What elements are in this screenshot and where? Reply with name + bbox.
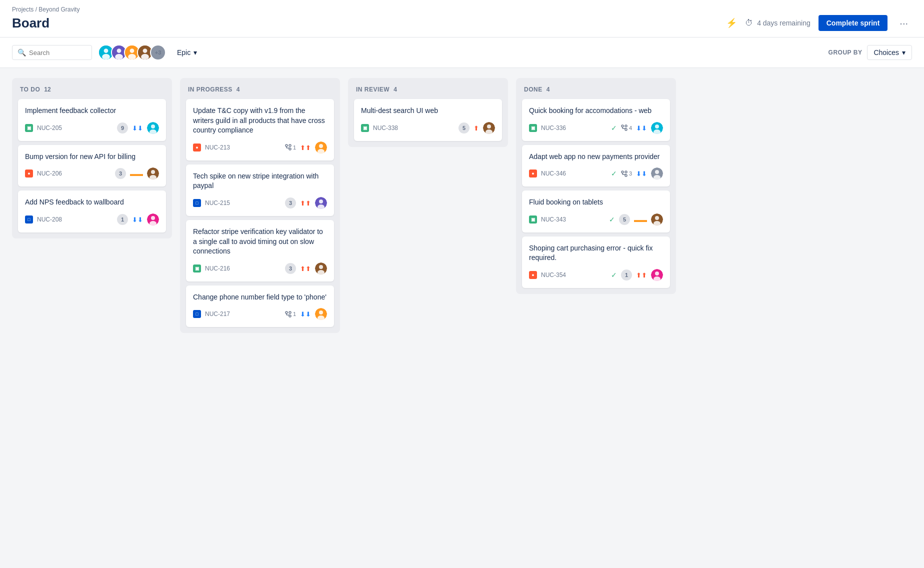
card-meta-right: 1⬇⬇	[117, 214, 159, 226]
assignee-avatar	[147, 122, 159, 134]
priority-icon: ▬▬	[130, 170, 143, 178]
card-NUC-336[interactable]: Quick booking for accomodations - web ▣ …	[522, 99, 670, 141]
column-header-inprogress: IN PROGRESS 4	[186, 84, 334, 99]
assignee-avatar	[315, 262, 327, 274]
card-meta-left: ● NUC-206	[25, 170, 62, 178]
card-meta-right: 1 ⬇⬇	[285, 308, 327, 320]
card-meta: □ NUC-215 3⬆⬆	[193, 197, 327, 209]
board-content: TO DO 12 Implement feedback collector ▣ …	[0, 68, 924, 343]
card-meta-right: 1 ⬆⬆	[285, 142, 327, 154]
svg-point-56	[625, 171, 627, 173]
issue-id: NUC-217	[205, 310, 230, 318]
card-NUC-208[interactable]: Add NPS feedback to wallboard □ NUC-208 …	[18, 190, 166, 232]
card-meta: ▣ NUC-338 5⬆	[361, 122, 495, 134]
toolbar: 🔍 +3 Epic ▾ GROUP BY	[0, 38, 924, 68]
avatar-group: +3	[98, 44, 166, 60]
days-remaining: 4 days remaining	[757, 19, 810, 27]
column-title-inreview: IN REVIEW	[356, 86, 390, 93]
header-title-row: Board ⚡ ⏱ 4 days remaining Complete spri…	[12, 15, 912, 37]
issue-type-icon: □	[193, 310, 201, 318]
card-title: Fluid booking on tablets	[529, 198, 663, 208]
svg-point-23	[289, 144, 291, 146]
card-meta-left: ▣ NUC-338	[361, 124, 398, 132]
choices-label: Choices	[874, 48, 899, 56]
avatar-count[interactable]: +3	[150, 44, 166, 60]
assignee-avatar	[315, 197, 327, 209]
svg-point-46	[622, 125, 624, 127]
issue-type-icon: □	[193, 199, 201, 207]
branch-icon: 1	[285, 311, 296, 318]
more-options-button[interactable]: ···	[896, 16, 912, 31]
issue-id: NUC-354	[541, 272, 566, 278]
complete-sprint-button[interactable]: Complete sprint	[818, 15, 888, 31]
header-actions: ⚡ ⏱ 4 days remaining Complete sprint ···	[726, 15, 912, 31]
card-meta: ● NUC-213 1 ⬆⬆	[193, 142, 327, 154]
card-meta-left: ● NUC-213	[193, 144, 230, 152]
column-header-done: DONE 4	[522, 84, 670, 99]
card-meta-left: ● NUC-346	[529, 170, 566, 178]
issue-id: NUC-208	[37, 216, 62, 223]
card-meta-left: ● NUC-354	[529, 271, 566, 279]
card-meta-left: □ NUC-217	[193, 310, 230, 318]
svg-point-52	[655, 124, 659, 128]
svg-point-41	[319, 310, 323, 314]
card-NUC-354[interactable]: Shoping cart purchasing error - quick fi…	[522, 236, 670, 288]
card-title: Shoping cart purchasing error - quick fi…	[529, 244, 663, 263]
svg-point-48	[625, 125, 627, 127]
priority-icon: ⬆	[474, 124, 479, 132]
group-by-label: GROUP BY	[828, 49, 862, 56]
card-NUC-215[interactable]: Tech spike on new stripe integration wit…	[186, 164, 334, 216]
card-NUC-213[interactable]: Update T&C copy with v1.9 from the write…	[186, 99, 334, 160]
search-input[interactable]	[29, 49, 86, 56]
card-meta-left: ▣ NUC-336	[529, 124, 566, 132]
card-title: Tech spike on new stripe integration wit…	[193, 172, 327, 191]
issue-id: NUC-338	[373, 124, 398, 132]
svg-point-66	[655, 272, 659, 276]
branch-icon: 3	[621, 170, 632, 177]
assignee-avatar	[315, 142, 327, 154]
assignee-avatar	[147, 214, 159, 226]
card-meta: □ NUC-208 1⬇⬇	[25, 214, 159, 226]
column-done: DONE 4 Quick booking for accomodations -…	[516, 78, 676, 294]
issue-id: NUC-213	[205, 144, 230, 151]
card-NUC-206[interactable]: Bump version for new API for billing ● N…	[18, 145, 166, 187]
assignee-avatar	[651, 214, 663, 226]
svg-point-63	[655, 216, 659, 220]
card-title: Change phone number field type to 'phone…	[193, 292, 327, 302]
column-count-inprogress: 4	[236, 86, 240, 93]
card-NUC-216[interactable]: Refactor stripe verification key validat…	[186, 220, 334, 282]
card-meta-right: ✓ 3 ⬇⬇	[611, 168, 663, 180]
toolbar-right: GROUP BY Choices ▾	[828, 45, 912, 60]
card-meta: □ NUC-217 1 ⬇⬇	[193, 308, 327, 320]
choices-dropdown[interactable]: Choices ▾	[867, 45, 912, 60]
card-NUC-205[interactable]: Implement feedback collector ▣ NUC-205 9…	[18, 99, 166, 141]
svg-point-60	[655, 170, 659, 174]
story-points-badge: 1	[117, 214, 128, 225]
card-meta-right: 3⬆⬆	[285, 197, 327, 209]
card-meta-right: ✓ 4 ⬇⬇	[611, 122, 663, 134]
issue-type-icon: □	[25, 216, 33, 224]
epic-filter-button[interactable]: Epic ▾	[172, 46, 202, 60]
issue-id: NUC-216	[205, 265, 230, 272]
search-box[interactable]: 🔍	[12, 45, 92, 60]
card-meta: ● NUC-206 3▬▬	[25, 168, 159, 180]
card-title: Add NPS feedback to wallboard	[25, 198, 159, 208]
priority-icon: ⬆⬆	[300, 199, 311, 207]
card-title: Refactor stripe verification key validat…	[193, 227, 327, 256]
svg-point-37	[289, 312, 291, 314]
card-meta-right: ✓1⬆⬆	[611, 269, 663, 281]
card-NUC-338[interactable]: Multi-dest search UI web ▣ NUC-338 5⬆	[354, 99, 502, 141]
page-title: Board	[12, 16, 50, 31]
card-NUC-343[interactable]: Fluid booking on tablets ▣ NUC-343 ✓5▬▬	[522, 190, 670, 232]
card-NUC-217[interactable]: Change phone number field type to 'phone…	[186, 286, 334, 328]
svg-point-35	[286, 312, 288, 314]
story-points-badge: 5	[458, 122, 470, 134]
clock-icon: ⏱	[745, 18, 753, 28]
svg-point-27	[319, 144, 323, 148]
branch-icon: 1	[285, 144, 296, 150]
breadcrumb: Projects / Beyond Gravity	[12, 6, 912, 13]
story-points-badge: 3	[285, 263, 296, 274]
card-NUC-346[interactable]: Adapt web app no new payments provider ●…	[522, 145, 670, 187]
svg-point-2	[102, 54, 110, 60]
column-title-inprogress: IN PROGRESS	[188, 86, 232, 93]
